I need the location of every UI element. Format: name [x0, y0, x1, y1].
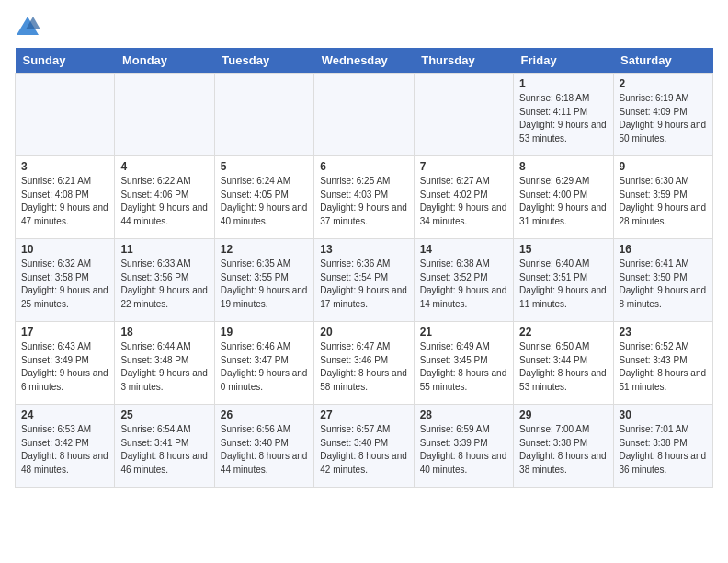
calendar-cell: 15Sunrise: 6:40 AMSunset: 3:51 PMDayligh…	[514, 239, 613, 322]
day-number: 18	[120, 326, 208, 339]
day-info: Sunrise: 6:33 AMSunset: 3:56 PMDaylight:…	[120, 258, 208, 311]
day-number: 25	[120, 408, 208, 421]
day-info: Sunrise: 7:00 AMSunset: 3:38 PMDaylight:…	[519, 423, 607, 477]
calendar-cell: 9Sunrise: 6:30 AMSunset: 3:59 PMDaylight…	[613, 156, 712, 239]
calendar-cell: 14Sunrise: 6:38 AMSunset: 3:52 PMDayligh…	[414, 239, 513, 322]
day-info: Sunrise: 6:52 AMSunset: 3:43 PMDaylight:…	[620, 340, 707, 394]
day-number: 4	[120, 160, 208, 173]
day-number: 15	[519, 243, 607, 256]
day-number: 11	[120, 243, 208, 256]
day-info: Sunrise: 6:46 AMSunset: 3:47 PMDaylight:…	[221, 340, 308, 394]
calendar-week-row: 10Sunrise: 6:32 AMSunset: 3:58 PMDayligh…	[16, 239, 713, 322]
weekday-header-monday: Monday	[115, 48, 214, 74]
day-number: 30	[620, 408, 707, 421]
day-number: 9	[620, 160, 707, 173]
day-number: 8	[519, 160, 607, 173]
calendar-cell: 26Sunrise: 6:56 AMSunset: 3:40 PMDayligh…	[214, 405, 313, 488]
day-number: 29	[519, 408, 607, 421]
weekday-header-sunday: Sunday	[16, 48, 115, 74]
day-number: 10	[21, 243, 108, 256]
calendar-cell: 18Sunrise: 6:44 AMSunset: 3:48 PMDayligh…	[115, 322, 214, 405]
day-info: Sunrise: 6:21 AMSunset: 4:08 PMDaylight:…	[21, 175, 108, 228]
day-info: Sunrise: 6:56 AMSunset: 3:40 PMDaylight:…	[221, 423, 308, 477]
calendar-cell: 22Sunrise: 6:50 AMSunset: 3:44 PMDayligh…	[514, 322, 613, 405]
day-number: 12	[221, 243, 308, 256]
calendar-cell: 16Sunrise: 6:41 AMSunset: 3:50 PMDayligh…	[613, 239, 712, 322]
day-number: 16	[620, 243, 707, 256]
day-number: 3	[21, 160, 108, 173]
day-info: Sunrise: 6:27 AMSunset: 4:02 PMDaylight:…	[420, 175, 507, 228]
day-number: 20	[320, 326, 407, 339]
day-number: 1	[519, 77, 607, 90]
calendar-cell: 2Sunrise: 6:19 AMSunset: 4:09 PMDaylight…	[613, 74, 712, 156]
calendar-cell: 20Sunrise: 6:47 AMSunset: 3:46 PMDayligh…	[314, 322, 414, 405]
day-info: Sunrise: 6:50 AMSunset: 3:44 PMDaylight:…	[519, 340, 607, 394]
calendar-cell: 13Sunrise: 6:36 AMSunset: 3:54 PMDayligh…	[314, 239, 414, 322]
calendar-week-row: 3Sunrise: 6:21 AMSunset: 4:08 PMDaylight…	[16, 156, 713, 239]
calendar-cell: 17Sunrise: 6:43 AMSunset: 3:49 PMDayligh…	[16, 322, 115, 405]
weekday-header-saturday: Saturday	[613, 48, 712, 74]
day-info: Sunrise: 6:38 AMSunset: 3:52 PMDaylight:…	[420, 258, 507, 311]
calendar-cell: 30Sunrise: 7:01 AMSunset: 3:38 PMDayligh…	[613, 405, 712, 488]
day-info: Sunrise: 6:18 AMSunset: 4:11 PMDaylight:…	[519, 92, 607, 145]
calendar-cell: 7Sunrise: 6:27 AMSunset: 4:02 PMDaylight…	[414, 156, 513, 239]
day-number: 7	[420, 160, 507, 173]
logo	[15, 15, 44, 37]
calendar-cell: 4Sunrise: 6:22 AMSunset: 4:06 PMDaylight…	[115, 156, 214, 239]
calendar-cell: 8Sunrise: 6:29 AMSunset: 4:00 PMDaylight…	[514, 156, 613, 239]
weekday-header-row: SundayMondayTuesdayWednesdayThursdayFrid…	[16, 48, 713, 74]
calendar-cell: 1Sunrise: 6:18 AMSunset: 4:11 PMDaylight…	[514, 74, 613, 156]
calendar-week-row: 24Sunrise: 6:53 AMSunset: 3:42 PMDayligh…	[16, 405, 713, 488]
day-info: Sunrise: 6:49 AMSunset: 3:45 PMDaylight:…	[420, 340, 507, 394]
calendar-cell: 25Sunrise: 6:54 AMSunset: 3:41 PMDayligh…	[115, 405, 214, 488]
day-number: 27	[320, 408, 407, 421]
day-info: Sunrise: 6:30 AMSunset: 3:59 PMDaylight:…	[620, 175, 707, 228]
day-info: Sunrise: 6:43 AMSunset: 3:49 PMDaylight:…	[21, 340, 108, 394]
logo-icon	[15, 15, 40, 37]
calendar-cell: 5Sunrise: 6:24 AMSunset: 4:05 PMDaylight…	[214, 156, 313, 239]
day-info: Sunrise: 6:22 AMSunset: 4:06 PMDaylight:…	[120, 175, 208, 228]
calendar-week-row: 17Sunrise: 6:43 AMSunset: 3:49 PMDayligh…	[16, 322, 713, 405]
day-info: Sunrise: 6:35 AMSunset: 3:55 PMDaylight:…	[221, 258, 308, 311]
day-number: 21	[420, 326, 507, 339]
calendar-week-row: 1Sunrise: 6:18 AMSunset: 4:11 PMDaylight…	[16, 74, 713, 156]
calendar-table: SundayMondayTuesdayWednesdayThursdayFrid…	[15, 48, 713, 488]
day-info: Sunrise: 6:32 AMSunset: 3:58 PMDaylight:…	[21, 258, 108, 311]
calendar-cell: 28Sunrise: 6:59 AMSunset: 3:39 PMDayligh…	[414, 405, 513, 488]
day-number: 26	[221, 408, 308, 421]
calendar-cell: 6Sunrise: 6:25 AMSunset: 4:03 PMDaylight…	[314, 156, 414, 239]
calendar-cell: 27Sunrise: 6:57 AMSunset: 3:40 PMDayligh…	[314, 405, 414, 488]
day-info: Sunrise: 6:47 AMSunset: 3:46 PMDaylight:…	[320, 340, 407, 394]
day-info: Sunrise: 6:57 AMSunset: 3:40 PMDaylight:…	[320, 423, 407, 477]
calendar-cell	[214, 74, 313, 156]
calendar-cell: 19Sunrise: 6:46 AMSunset: 3:47 PMDayligh…	[214, 322, 313, 405]
day-number: 28	[420, 408, 507, 421]
calendar-cell: 23Sunrise: 6:52 AMSunset: 3:43 PMDayligh…	[613, 322, 712, 405]
day-info: Sunrise: 6:19 AMSunset: 4:09 PMDaylight:…	[620, 92, 707, 145]
day-info: Sunrise: 6:36 AMSunset: 3:54 PMDaylight:…	[320, 258, 407, 311]
day-info: Sunrise: 6:59 AMSunset: 3:39 PMDaylight:…	[420, 423, 507, 477]
weekday-header-thursday: Thursday	[414, 48, 513, 74]
day-info: Sunrise: 6:29 AMSunset: 4:00 PMDaylight:…	[519, 175, 607, 228]
weekday-header-tuesday: Tuesday	[214, 48, 313, 74]
calendar-cell: 3Sunrise: 6:21 AMSunset: 4:08 PMDaylight…	[16, 156, 115, 239]
weekday-header-wednesday: Wednesday	[314, 48, 414, 74]
page-header	[15, 15, 713, 37]
calendar-cell: 11Sunrise: 6:33 AMSunset: 3:56 PMDayligh…	[115, 239, 214, 322]
day-info: Sunrise: 7:01 AMSunset: 3:38 PMDaylight:…	[620, 423, 707, 477]
calendar-cell	[115, 74, 214, 156]
calendar-cell: 12Sunrise: 6:35 AMSunset: 3:55 PMDayligh…	[214, 239, 313, 322]
calendar-cell: 10Sunrise: 6:32 AMSunset: 3:58 PMDayligh…	[16, 239, 115, 322]
day-info: Sunrise: 6:44 AMSunset: 3:48 PMDaylight:…	[120, 340, 208, 394]
day-info: Sunrise: 6:25 AMSunset: 4:03 PMDaylight:…	[320, 175, 407, 228]
calendar-cell	[414, 74, 513, 156]
calendar-cell: 21Sunrise: 6:49 AMSunset: 3:45 PMDayligh…	[414, 322, 513, 405]
day-number: 17	[21, 326, 108, 339]
calendar-cell	[314, 74, 414, 156]
day-number: 22	[519, 326, 607, 339]
day-number: 6	[320, 160, 407, 173]
calendar-cell: 24Sunrise: 6:53 AMSunset: 3:42 PMDayligh…	[16, 405, 115, 488]
day-info: Sunrise: 6:54 AMSunset: 3:41 PMDaylight:…	[120, 423, 208, 477]
day-info: Sunrise: 6:41 AMSunset: 3:50 PMDaylight:…	[620, 258, 707, 311]
day-number: 19	[221, 326, 308, 339]
